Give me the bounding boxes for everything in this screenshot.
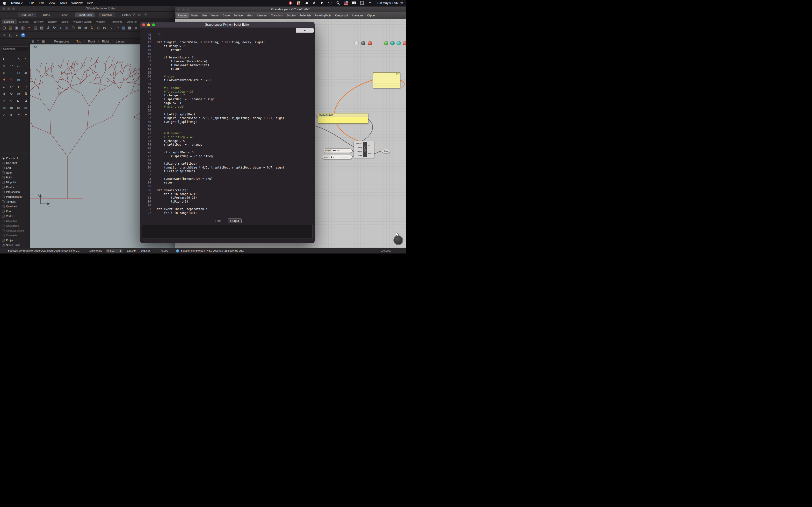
- cplane-dropdown[interactable]: CPlane: [106, 249, 122, 253]
- python-component[interactable]: filePathApplyheightsides Python outlines: [354, 141, 374, 158]
- osnap-item-center[interactable]: Center: [2, 185, 30, 189]
- corner-br-icon[interactable]: ◢: [22, 97, 30, 104]
- toggle-grid-snap[interactable]: Grid Snap: [18, 12, 36, 17]
- gh-menu-mesh[interactable]: Mesh: [245, 13, 255, 18]
- battery-icon[interactable]: [352, 1, 356, 5]
- zoom-extents-icon[interactable]: ⊞: [77, 24, 83, 31]
- print-icon[interactable]: ▥: [20, 24, 26, 31]
- menu-view[interactable]: View: [46, 1, 57, 5]
- menu-edit[interactable]: Edit: [37, 1, 46, 5]
- stats-icon[interactable]: [304, 1, 308, 5]
- editor-titlebar[interactable]: Grasshopper Python Script Editor: [140, 22, 315, 28]
- osnap-item-near[interactable]: Near: [2, 170, 30, 175]
- display-wireframe-icon[interactable]: [354, 41, 359, 45]
- point-icon[interactable]: ·: [8, 55, 15, 62]
- geo-component[interactable]: Geo: [382, 149, 390, 153]
- viewport-tab-layout[interactable]: Layout: [113, 40, 128, 43]
- redo-icon[interactable]: ↻: [51, 24, 57, 31]
- checkbox-icon[interactable]: [2, 215, 5, 218]
- checkbox-icon[interactable]: [2, 239, 5, 242]
- plane-icon[interactable]: ◻: [15, 69, 22, 76]
- open-file-icon[interactable]: ▤: [7, 24, 13, 31]
- minimize-window-icon[interactable]: [7, 7, 10, 10]
- mouse-select-icon[interactable]: ⌖: [1, 32, 7, 38]
- zoom-window-icon[interactable]: ⊡: [70, 24, 77, 31]
- polygon-icon[interactable]: ◇: [0, 69, 8, 76]
- gh-data-panel[interactable]: {0;0}: [373, 72, 400, 89]
- osnap-item-quadrant[interactable]: Quadrant: [2, 204, 30, 209]
- toolbar-tab-select[interactable]: Select: [59, 19, 71, 24]
- height-slider[interactable]: height 5.000: [323, 149, 352, 153]
- osnap-item-on-mesh[interactable]: On mesh: [2, 233, 30, 238]
- slider-knob-icon[interactable]: [331, 157, 332, 158]
- gh-menu-params[interactable]: Params: [176, 13, 189, 18]
- osnap-item-project[interactable]: Project: [2, 238, 30, 243]
- cut-icon[interactable]: ✂: [26, 24, 33, 31]
- control-center-icon[interactable]: [360, 1, 364, 5]
- toggle-smarttrack[interactable]: SmartTrack: [75, 12, 95, 17]
- layers-icon[interactable]: ≡: [133, 24, 139, 31]
- python-input-filepath[interactable]: filePath: [354, 142, 362, 145]
- viewport-tab-right[interactable]: Right: [99, 40, 112, 43]
- grasshopper-titlebar[interactable]: Grasshopper - GCodeTurtle*: [175, 7, 406, 12]
- checkbox-icon[interactable]: [2, 229, 5, 232]
- gh-menu-display[interactable]: Display: [285, 13, 297, 18]
- arc-curve-icon[interactable]: ◜: [22, 55, 30, 62]
- rotate-icon[interactable]: ↻: [89, 24, 95, 31]
- tab-output[interactable]: Output: [227, 219, 242, 223]
- airplay-icon[interactable]: [320, 1, 324, 5]
- sparkle-icon[interactable]: ✦: [22, 111, 30, 118]
- osnap-item-persistent[interactable]: Persistent: [2, 156, 30, 161]
- checkbox-icon[interactable]: [2, 220, 5, 222]
- spotlight-icon[interactable]: [336, 1, 340, 5]
- close-window-icon[interactable]: [142, 23, 145, 26]
- pencil-icon[interactable]: ✎: [8, 76, 15, 83]
- hatch-left-icon[interactable]: ▨: [15, 104, 22, 111]
- python-component-label[interactable]: Python: [363, 142, 367, 157]
- toggle-history[interactable]: History: [120, 13, 134, 17]
- osnap-item-vertex[interactable]: Vertex: [2, 214, 30, 219]
- python-output-out[interactable]: out: [368, 145, 374, 147]
- osnap-item-tangent[interactable]: Tangent: [2, 199, 30, 204]
- checkbox-icon[interactable]: [2, 191, 5, 193]
- menu-window[interactable]: Window: [69, 1, 85, 5]
- slider-knob-icon[interactable]: [333, 150, 335, 151]
- toolbar-tab-transform[interactable]: Transform: [108, 19, 124, 24]
- toggle-ortho[interactable]: Ortho: [41, 13, 52, 17]
- viewport-tab-front[interactable]: Front: [85, 40, 98, 43]
- gem-icon[interactable]: ◈: [8, 111, 15, 118]
- toggle-planar[interactable]: Planar: [57, 13, 70, 17]
- hatch-right-icon[interactable]: ▧: [22, 104, 30, 111]
- output-panel-body[interactable]: [318, 117, 368, 123]
- checkbox-icon[interactable]: [2, 181, 5, 184]
- display-green-icon[interactable]: [384, 41, 388, 45]
- display-shaded-icon[interactable]: [361, 41, 365, 45]
- osnap-item-on-polysurface[interactable]: On polysurface: [2, 228, 30, 233]
- osnap-item-point[interactable]: Point: [2, 175, 30, 180]
- osnap-item-one-shot[interactable]: One shot: [2, 161, 30, 165]
- code-editor[interactable]: 45'''46 47def fungi(t, branchSize, l_spl…: [141, 33, 313, 216]
- undo-icon[interactable]: ↺: [45, 24, 51, 31]
- menu-app-name[interactable]: Rhino 7: [9, 1, 25, 5]
- output-file-path-panel[interactable]: Output file path: [318, 113, 368, 124]
- gh-menu-panelingtools[interactable]: PanelingTools: [313, 13, 333, 18]
- radio-icon[interactable]: [2, 162, 5, 164]
- new-file-icon[interactable]: ▢: [1, 24, 7, 31]
- surface-icon[interactable]: ▦: [120, 24, 126, 31]
- arc-icon[interactable]: ◠: [114, 24, 120, 31]
- grid-app-icon[interactable]: [296, 1, 300, 5]
- target-icon[interactable]: ⌖: [15, 111, 22, 118]
- radio-icon[interactable]: [2, 157, 5, 160]
- minimize-window-icon[interactable]: [147, 23, 150, 26]
- toolbar-tab-standard[interactable]: Standard: [1, 19, 17, 24]
- toolbar-tab-display[interactable]: Display: [46, 19, 59, 24]
- triangle-up-icon[interactable]: △: [0, 97, 8, 104]
- corner-bl-icon[interactable]: ◣: [15, 97, 22, 104]
- pan-icon[interactable]: +: [57, 24, 64, 31]
- zoom-window-icon[interactable]: [152, 23, 155, 26]
- toolbar-tab-viewport-layout[interactable]: Viewport Layout: [71, 19, 94, 24]
- osnap-item-perpendicular[interactable]: Perpendicular: [2, 194, 30, 199]
- gh-menu-kangaroo2[interactable]: Kangaroo2: [333, 13, 350, 18]
- mesh-grid-icon[interactable]: ▦: [0, 104, 8, 111]
- history-play-icon[interactable]: ▷: [139, 12, 141, 16]
